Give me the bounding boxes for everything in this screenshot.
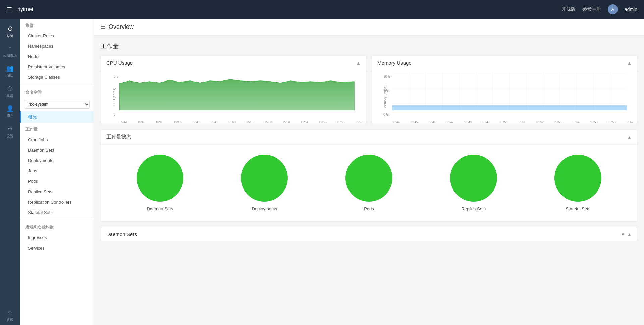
sidebar-item-settings[interactable]: ⚙ 设置 — [0, 122, 20, 141]
discovery-section-title: 发现和负载均衡 — [20, 221, 94, 232]
namespace-selector[interactable]: rbd-system — [20, 97, 94, 111]
sidebar-item-team[interactable]: 👥 团队 — [0, 62, 20, 81]
topbar: ☰ riyimei 开源版 参考手册 A admin — [0, 0, 644, 19]
nav-ingresses[interactable]: Ingresses — [20, 232, 94, 243]
open-source-link[interactable]: 开源版 — [561, 6, 576, 12]
memory-collapse-button[interactable]: ▲ — [627, 60, 632, 66]
namespace-section-title: 命名空间 — [20, 86, 94, 97]
content-area: 工作量 CPU Usage ▲ CPU (cores) 0.5 0 — [94, 36, 644, 325]
sidebar-item-cluster[interactable]: ⬡ 集群 — [0, 82, 20, 101]
cluster-label: 集群 — [7, 94, 13, 98]
memory-y-0gi: 0 Gi — [383, 113, 389, 116]
app-market-label: 应用市场 — [3, 53, 17, 58]
cpu-chart-card: CPU Usage ▲ CPU (cores) 0.5 0 — [101, 56, 366, 124]
memory-chart-body: Memory (bytes) 10 Gi 5 Gi 0 Gi — [372, 70, 637, 124]
workload-circles: Daemon Sets Deployments Pods Replic — [101, 145, 637, 221]
memory-chart-card: Memory Usage ▲ Memory (bytes) 10 Gi 5 Gi… — [372, 56, 637, 124]
workload-status-header: 工作量状态 ▲ — [101, 130, 637, 145]
topbar-links: 开源版 参考手册 A admin — [561, 4, 637, 14]
sidebar-item-favorites[interactable]: ☆ 收藏 — [0, 306, 20, 325]
nav-storage-classes[interactable]: Storage Classes — [20, 72, 94, 83]
nav-replication-controllers[interactable]: Replication Controllers — [20, 197, 94, 207]
app-market-icon: ↑ — [9, 45, 12, 52]
header-menu-icon[interactable]: ☰ — [101, 24, 105, 30]
circle-deployments-label: Deployments — [252, 206, 277, 211]
cpu-x-labels: 15:44 15:45 15:46 15:47 15:48 15:49 15:5… — [119, 120, 363, 124]
daemon-sets-header: Daemon Sets ≡ ▲ — [101, 227, 637, 241]
circle-stateful-sets-indicator — [554, 155, 601, 202]
avatar[interactable]: A — [608, 4, 618, 14]
namespace-select[interactable]: rbd-system — [24, 100, 90, 109]
circle-daemon-sets: Daemon Sets — [137, 155, 183, 211]
circle-daemon-sets-indicator — [137, 155, 183, 202]
sidebar-item-user[interactable]: 👤 用户 — [0, 102, 20, 121]
cpu-chart-svg — [119, 73, 363, 114]
filter-icon[interactable]: ≡ — [622, 232, 624, 237]
circle-pods-label: Pods — [364, 206, 374, 211]
sidebar-item-overview[interactable]: ⊙ 总览 — [0, 22, 20, 41]
overview-label: 总览 — [7, 34, 13, 38]
nav-persistent-volumes[interactable]: Persistent Volumes — [20, 62, 94, 72]
cpu-chart-body: CPU (cores) 0.5 0 — [101, 70, 366, 124]
circle-deployments: Deployments — [241, 155, 288, 211]
nav-cron-jobs[interactable]: Cron Jobs — [20, 134, 94, 145]
nav-pods[interactable]: Pods — [20, 176, 94, 186]
favorites-label: 收藏 — [7, 318, 13, 322]
icon-sidebar: ⊙ 总览 ↑ 应用市场 👥 团队 ⬡ 集群 👤 用户 ⚙ 设置 ☆ 收藏 — [0, 19, 20, 325]
main-content: 工作量 CPU Usage ▲ CPU (cores) 0.5 0 — [94, 36, 644, 325]
cpu-y-0: 0 — [114, 113, 116, 116]
workload-section-title: 工作量 — [20, 123, 94, 134]
circle-pods: Pods — [345, 155, 392, 211]
workload-section-heading: 工作量 — [101, 42, 637, 50]
workload-status-card: 工作量状态 ▲ Daemon Sets Deployments — [101, 129, 637, 222]
username-label: admin — [625, 7, 637, 12]
cpu-y-0.5: 0.5 — [114, 75, 118, 78]
nav-sidebar: 集群 Cluster Roles Namespaces Nodes Persis… — [20, 19, 94, 325]
menu-icon[interactable]: ☰ — [7, 6, 12, 13]
circle-deployments-indicator — [241, 155, 288, 202]
cpu-y-label: CPU (cores) — [112, 85, 116, 109]
page-header: ☰ Overview — [94, 19, 644, 36]
cluster-section-title: 集群 — [20, 19, 94, 31]
team-icon: 👥 — [6, 65, 14, 72]
nav-overview[interactable]: 概况 — [20, 111, 94, 123]
page-title: Overview — [109, 23, 134, 31]
daemon-sets-card: Daemon Sets ≡ ▲ — [101, 227, 637, 241]
workload-status-collapse[interactable]: ▲ — [627, 134, 632, 140]
user-icon: 👤 — [6, 105, 14, 112]
nav-daemon-sets[interactable]: Daemon Sets — [20, 145, 94, 155]
main-layout: ⊙ 总览 ↑ 应用市场 👥 团队 ⬡ 集群 👤 用户 ⚙ 设置 ☆ 收藏 — [0, 19, 644, 325]
nav-deployments[interactable]: Deployments — [20, 155, 94, 166]
manual-link[interactable]: 参考手册 — [582, 6, 601, 12]
circle-replica-sets-indicator — [450, 155, 497, 202]
cpu-chart-title: CPU Usage — [106, 60, 133, 66]
settings-label: 设置 — [7, 134, 13, 139]
sidebar-item-app-market[interactable]: ↑ 应用市场 — [0, 42, 20, 61]
nav-replica-sets[interactable]: Replica Sets — [20, 186, 94, 197]
cpu-collapse-button[interactable]: ▲ — [356, 60, 361, 66]
circle-pods-indicator — [345, 155, 392, 202]
daemon-sets-actions: ≡ ▲ — [622, 232, 632, 237]
nav-nodes[interactable]: Nodes — [20, 51, 94, 62]
nav-jobs[interactable]: Jobs — [20, 166, 94, 176]
memory-y-10gi: 10 Gi — [383, 75, 391, 78]
settings-icon: ⚙ — [7, 125, 13, 132]
cpu-chart-header: CPU Usage ▲ — [101, 56, 366, 70]
memory-chart-svg — [392, 73, 634, 114]
charts-row: CPU Usage ▲ CPU (cores) 0.5 0 — [101, 56, 637, 124]
daemon-sets-collapse-icon[interactable]: ▲ — [627, 232, 632, 237]
circle-stateful-sets: Stateful Sets — [554, 155, 601, 211]
circle-daemon-sets-label: Daemon Sets — [147, 206, 173, 211]
nav-cluster-roles[interactable]: Cluster Roles — [20, 31, 94, 41]
memory-y-5gi: 5 Gi — [383, 89, 389, 92]
circle-replica-sets: Replica Sets — [450, 155, 497, 211]
svg-rect-16 — [392, 105, 627, 110]
circle-replica-sets-label: Replica Sets — [461, 206, 486, 211]
daemon-sets-title: Daemon Sets — [106, 231, 137, 237]
nav-stateful-sets[interactable]: Stateful Sets — [20, 207, 94, 218]
memory-chart-header: Memory Usage ▲ — [372, 56, 637, 70]
cluster-icon: ⬡ — [7, 85, 13, 92]
nav-namespaces[interactable]: Namespaces — [20, 41, 94, 51]
nav-services[interactable]: Services — [20, 243, 94, 253]
favorites-icon: ☆ — [7, 309, 13, 316]
